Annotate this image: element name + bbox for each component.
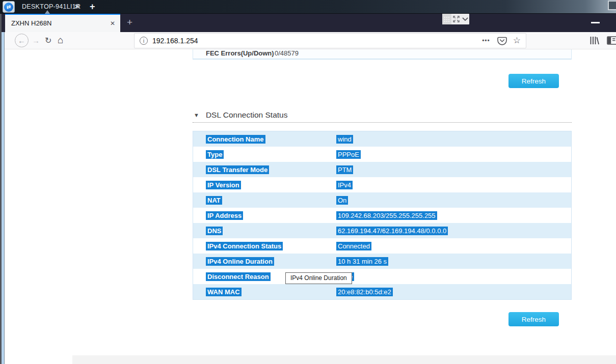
chevron-down-icon[interactable] [461,17,469,21]
row-label: Connection Name [206,135,265,144]
router-status-page: FEC Errors(Up/Down) 0/48579 Refresh ▼ DS… [0,49,616,364]
table-row: NAT On [193,192,571,208]
row-label: IPv4 Connection Status [206,242,283,250]
row-label: IPv4 Online Duration [206,257,274,266]
table-row: IPv4 Connection Status Connected [193,238,571,254]
remote-session-new-tab-icon[interactable]: + [90,0,95,14]
browser-tab-bar: ZXHN H268N ✕ + [0,14,616,32]
section-title: DSL Connection Status [206,110,288,120]
teamviewer-logo-frame: ⇄ [3,1,15,13]
row-value: PTM [336,165,353,174]
remote-session-close-icon[interactable]: ✕ [74,0,79,14]
row-label: NAT [206,196,222,205]
table-row: WAN MAC 20:e8:82:b0:5d:e2 [193,284,571,299]
row-label: IP Version [206,181,241,189]
tab-title: ZXHN H268N [11,15,51,32]
refresh-button-top[interactable]: Refresh [508,74,559,88]
row-value: On [336,196,348,205]
row-label: WAN MAC [206,288,242,296]
fullscreen-icon[interactable] [451,16,461,22]
forward-icon[interactable]: → [32,34,40,47]
library-icon[interactable] [589,36,600,45]
fec-errors-label: FEC Errors(Up/Down) [193,49,324,57]
browser-toolbar: ← → ↻ ⌂ i 192.168.1.254 ••• ☆ [0,32,616,49]
refresh-button-bottom[interactable]: Refresh [508,312,559,326]
row-label: Disconnect Reason [206,272,271,281]
page-actions-icon[interactable]: ••• [482,37,490,44]
fec-errors-row: FEC Errors(Up/Down) 0/48579 [193,49,572,60]
url-text[interactable]: 192.168.1.254 [152,37,198,45]
table-row: IPv4 Online Duration 10 h 31 min 26 s [193,254,571,269]
row-value: Connected [336,242,371,250]
tab-zxhn-h268n[interactable]: ZXHN H268N ✕ [5,14,120,32]
sidebar-toggle-icon[interactable] [607,36,616,45]
home-icon[interactable]: ⌂ [58,33,63,47]
back-icon[interactable]: ← [15,34,29,47]
table-row: IP Address 109.242.68.203/255.255.255.25… [193,208,571,223]
table-row: DNS 62.169.194.47/62.169.194.48/0.0.0.0 [193,223,571,238]
row-value: 20:e8:82:b0:5d:e2 [336,288,393,296]
new-tab-button[interactable]: + [124,14,136,32]
row-value: IPv4 [336,181,353,189]
row-label: DSL Transfer Mode [206,165,269,174]
minimize-icon[interactable] [591,22,600,23]
row-value: 10 h 31 min 26 s [336,257,388,266]
hover-tooltip: IPv4 Online Duration [285,272,352,284]
table-row: IP Version IPv4 [193,177,571,192]
session-toolbar-widget[interactable] [442,14,469,24]
bookmark-star-icon[interactable]: ☆ [513,34,521,48]
remote-session-tab[interactable]: DESKTOP-941LI1R [22,0,81,14]
row-value: 62.169.194.47/62.169.194.48/0.0.0.0 [336,227,448,235]
dsl-connection-table: Connection Name wind Type PPPoE DSL Tran… [193,131,572,300]
window-control-partial [608,1,616,10]
dsl-connection-status-header: ▼ DSL Connection Status [193,107,572,123]
pocket-icon[interactable] [497,37,507,45]
table-row: DSL Transfer Mode PTM [193,162,571,177]
row-label: IP Address [206,211,243,220]
row-label: DNS [206,227,223,235]
row-label: Type [206,150,224,159]
table-row: Type PPPoE [193,147,571,162]
tab-close-icon[interactable]: ✕ [110,15,115,32]
page-footer-bar [72,355,616,364]
row-value: PPPoE [336,150,361,159]
teamviewer-icon: ⇄ [4,3,13,12]
active-session-notch [45,10,50,14]
teamviewer-titlebar: ⇄ DESKTOP-941LI1R ✕ + [0,0,616,14]
drag-handle-icon[interactable] [442,14,451,24]
fec-errors-value: 0/48579 [275,49,299,57]
table-row-disconnect-reason: Disconnect Reason e [193,269,571,284]
reload-icon[interactable]: ↻ [45,34,51,47]
collapse-triangle-icon[interactable]: ▼ [194,112,199,118]
row-value: 109.242.68.203/255.255.255.255 [336,211,437,220]
site-info-icon[interactable]: i [140,37,148,45]
remote-window-edge [2,32,5,364]
url-bar[interactable]: i 192.168.1.254 ••• ☆ [134,33,526,48]
table-row: Connection Name wind [193,131,571,147]
row-value: wind [336,135,353,144]
